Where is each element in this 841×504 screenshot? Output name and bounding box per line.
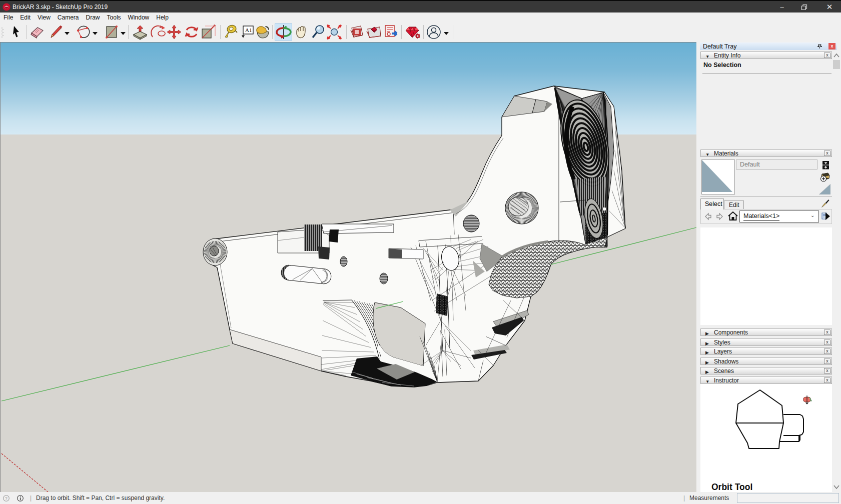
svg-text:?: ? <box>5 496 8 501</box>
svg-text:A1: A1 <box>245 27 252 33</box>
